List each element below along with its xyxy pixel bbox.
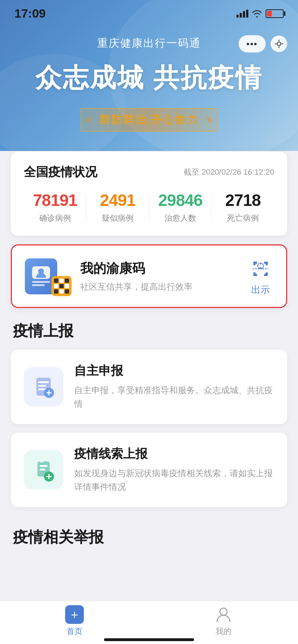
tab-home-label: 首页	[67, 626, 82, 637]
svg-rect-10	[40, 465, 48, 467]
menu-item-self-report[interactable]: 自主申报 自主申报，享受精准指导和服务。众志成城、共抗疫情	[11, 350, 287, 424]
self-report-name: 自主申报	[74, 363, 274, 379]
my-icon	[214, 605, 233, 624]
home-plus-icon: ＋	[65, 605, 84, 624]
stats-header: 全国疫情状况 截至 2020/02/26 16:12:20	[24, 164, 274, 180]
status-bar: 17:09	[0, 0, 298, 24]
more-icon: •••	[247, 39, 258, 49]
tab-bar: ＋ 首页 我的	[0, 601, 298, 644]
stat-label-recovered: 治愈人数	[153, 213, 208, 224]
hero-nav-actions: •••	[239, 35, 287, 52]
yukang-title: 我的渝康码	[80, 260, 239, 277]
stats-grid: 78191 确诊病例 2491 疑似病例 29846 治愈人数 2718 死亡病…	[24, 190, 274, 224]
yukang-info: 我的渝康码 社区互信共享，提高出行效率	[80, 260, 239, 293]
tab-home[interactable]: ＋ 首页	[0, 605, 149, 640]
phone-lines	[32, 281, 50, 286]
yukang-action[interactable]: 出示	[248, 256, 273, 296]
hero-sub-banner: 群防群治,齐心协力	[81, 108, 217, 132]
stat-recovered: 29846 治愈人数	[149, 190, 212, 224]
status-time: 17:09	[14, 6, 46, 20]
svg-rect-11	[40, 469, 45, 470]
tab-my-label: 我的	[216, 626, 231, 637]
signal-icon	[236, 10, 248, 18]
svg-point-13	[220, 608, 227, 615]
stat-label-suspected: 疑似病例	[90, 213, 145, 224]
yukang-card[interactable]: 我的渝康码 社区互信共享，提高出行效率 出示	[11, 244, 287, 308]
partial-section: 疫情相关举报	[0, 507, 298, 547]
stat-number-recovered: 29846	[153, 190, 208, 210]
stat-number-confirmed: 78191	[27, 190, 83, 210]
stat-confirmed: 78191 确诊病例	[24, 190, 86, 224]
svg-rect-5	[38, 381, 49, 383]
report-section-title: 疫情上报	[0, 308, 298, 341]
phone-person-icon	[32, 266, 50, 279]
stats-title: 全国疫情状况	[24, 164, 97, 180]
stat-deaths: 2718 死亡病例	[212, 190, 274, 224]
stat-label-deaths: 死亡病例	[215, 213, 271, 224]
status-icons	[236, 9, 284, 18]
home-icon: ＋	[65, 605, 84, 624]
self-report-info: 自主申报 自主申报，享受精准指导和服务。众志成城、共抗疫情	[74, 363, 274, 411]
hero-sub-text: 群防群治,齐心协力	[99, 114, 198, 125]
partial-section-title: 疫情相关举报	[13, 514, 285, 547]
battery-icon	[266, 9, 284, 18]
scan-icon	[248, 256, 273, 281]
stat-label-confirmed: 确诊病例	[27, 213, 83, 224]
hero-headline: 众志成城 共抗疫情	[0, 61, 298, 95]
self-report-desc: 自主申报，享受精准指导和服务。众志成城、共抗疫情	[74, 383, 274, 411]
camera-button[interactable]	[271, 36, 287, 52]
tab-my[interactable]: 我的	[149, 605, 298, 640]
more-button[interactable]: •••	[239, 35, 266, 52]
stat-number-deaths: 2718	[215, 190, 271, 210]
svg-rect-6	[38, 385, 46, 387]
yukang-action-label: 出示	[251, 284, 270, 296]
qr-overlay	[51, 276, 72, 296]
svg-point-0	[277, 42, 281, 46]
home-indicator	[104, 638, 194, 641]
hero-main-text: 众志成城 共抗疫情 群防群治,齐心协力	[0, 61, 298, 132]
content-area: 全国疫情状况 截至 2020/02/26 16:12:20 78191 确诊病例…	[0, 152, 298, 590]
clue-report-info: 疫情线索上报 如发现身边与新冠状病毒疫情相关线索，请如实上报详情事件情况	[74, 446, 274, 494]
stats-date: 截至 2020/02/26 16:12:20	[184, 167, 274, 178]
menu-item-clue-report[interactable]: 疫情线索上报 如发现身边与新冠状病毒疫情相关线索，请如实上报详情事件情况	[11, 433, 287, 507]
stat-suspected: 2491 疑似病例	[86, 190, 149, 224]
stats-card: 全国疫情状况 截至 2020/02/26 16:12:20 78191 确诊病例…	[11, 152, 287, 236]
hero-nav-title: 重庆健康出行一码通	[97, 36, 201, 51]
yukang-description: 社区互信共享，提高出行效率	[80, 281, 239, 293]
clue-report-name: 疫情线索上报	[74, 446, 274, 462]
yukang-icon	[25, 257, 72, 296]
wifi-icon	[252, 10, 262, 18]
clue-report-icon	[24, 450, 63, 489]
self-report-icon	[24, 367, 63, 406]
clue-report-desc: 如发现身边与新冠状病毒疫情相关线索，请如实上报详情事件情况	[74, 466, 274, 494]
stat-number-suspected: 2491	[90, 190, 145, 210]
